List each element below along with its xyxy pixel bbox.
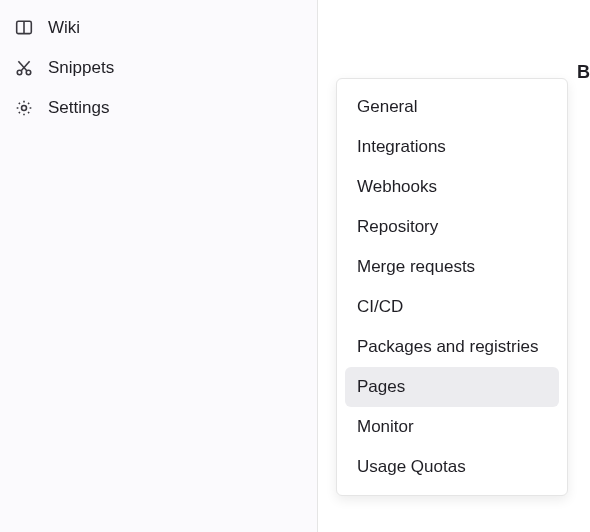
flyout-item-monitor[interactable]: Monitor xyxy=(345,407,559,447)
sidebar-item-label: Settings xyxy=(48,98,109,118)
svg-point-6 xyxy=(22,106,27,111)
flyout-item-repository[interactable]: Repository xyxy=(345,207,559,247)
flyout-item-general[interactable]: General xyxy=(345,87,559,127)
gear-icon xyxy=(14,98,34,118)
flyout-item-cicd[interactable]: CI/CD xyxy=(345,287,559,327)
scissors-icon xyxy=(14,58,34,78)
book-icon xyxy=(14,18,34,38)
sidebar-item-label: Wiki xyxy=(48,18,80,38)
flyout-item-pages[interactable]: Pages xyxy=(345,367,559,407)
flyout-item-usage-quotas[interactable]: Usage Quotas xyxy=(345,447,559,487)
sidebar: Wiki Snippets Settings xyxy=(0,0,318,532)
sidebar-item-settings[interactable]: Settings xyxy=(0,88,317,128)
flyout-item-integrations[interactable]: Integrations xyxy=(345,127,559,167)
flyout-item-merge-requests[interactable]: Merge requests xyxy=(345,247,559,287)
settings-flyout: General Integrations Webhooks Repository… xyxy=(336,78,568,496)
flyout-item-packages-registries[interactable]: Packages and registries xyxy=(345,327,559,367)
flyout-item-webhooks[interactable]: Webhooks xyxy=(345,167,559,207)
sidebar-item-wiki[interactable]: Wiki xyxy=(0,8,317,48)
partial-heading: B xyxy=(577,62,590,83)
svg-point-2 xyxy=(17,70,22,75)
sidebar-item-label: Snippets xyxy=(48,58,114,78)
sidebar-item-snippets[interactable]: Snippets xyxy=(0,48,317,88)
svg-point-3 xyxy=(26,70,31,75)
